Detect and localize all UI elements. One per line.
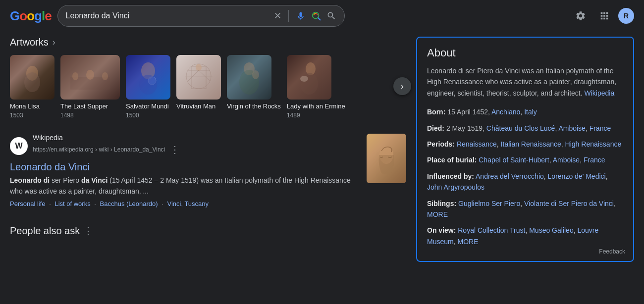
artwork-image — [65, 62, 115, 92]
about-siblings-row: Siblings: Guglielmo Ser Piero, Violante … — [427, 198, 623, 220]
artwork-image — [136, 60, 161, 95]
burial-place-france[interactable]: France — [584, 156, 605, 164]
sep: , — [614, 200, 616, 207]
separator: · — [49, 200, 53, 207]
voice-search-button[interactable] — [296, 11, 306, 21]
artwork-last-supper[interactable]: The Last Supper 1498 — [60, 55, 120, 119]
feedback-text[interactable]: Feedback — [599, 248, 625, 255]
sep: , — [520, 200, 524, 207]
artwork-lady-ermine[interactable]: Lady with an Ermine 1489 — [287, 55, 345, 119]
sep: , — [606, 172, 608, 180]
artwork-name: Virgin of the Rocks — [227, 102, 281, 111]
svg-point-6 — [72, 72, 78, 80]
burial-label: Place of burial: — [427, 156, 477, 164]
died-place-amboise[interactable]: Amboise — [558, 124, 585, 132]
apps-button[interactable] — [594, 6, 614, 26]
influenced-medici[interactable]: Lorenzo de' Medici — [548, 172, 606, 180]
clear-icon: ✕ — [274, 10, 281, 21]
search-button[interactable] — [326, 11, 336, 21]
artwork-name: Salvator Mundi — [126, 102, 170, 111]
on-view-royal[interactable]: Royal Collection Trust — [458, 226, 525, 234]
died-place-france[interactable]: France — [590, 124, 611, 132]
wikipedia-source-name: Wikipedia — [33, 134, 182, 142]
sibling-violante[interactable]: Violante di Ser Piero da Vinci — [524, 200, 614, 207]
svg-point-14 — [196, 64, 202, 71]
wikipedia-title-link[interactable]: Leonardo da Vinci — [10, 161, 360, 173]
separator: · — [94, 200, 98, 207]
born-label: Born: — [427, 108, 445, 116]
artwork-virgin-rocks[interactable]: Virgin of the Rocks — [227, 55, 281, 112]
died-date: 2 May 1519, — [446, 124, 484, 132]
svg-point-5 — [86, 70, 94, 80]
left-column: Artworks › Mona Lisa 1503 — [10, 32, 406, 262]
influenced-verrocchio[interactable]: Andrea del Verrocchio — [476, 172, 544, 180]
artwork-thumb — [227, 55, 271, 100]
clear-button[interactable]: ✕ — [274, 10, 281, 21]
about-periods-row: Periods: Renaissance, Italian Renaissanc… — [427, 139, 623, 150]
artwork-salvator-mundi[interactable]: Salvator Mundi 1500 — [126, 55, 170, 119]
siblings-more[interactable]: MORE — [427, 210, 448, 218]
artworks-carousel: Mona Lisa 1503 The Last Supper 1498 — [10, 55, 406, 119]
people-also-ask-title: People also ask — [10, 225, 80, 237]
divider — [288, 10, 289, 22]
siblings-label: Siblings: — [427, 200, 456, 207]
wiki-link-list-of-works[interactable]: List of works — [54, 200, 90, 207]
burial-place-chapel[interactable]: Chapel of Saint-Hubert — [479, 156, 549, 164]
artwork-mona-lisa[interactable]: Mona Lisa 1503 — [10, 55, 54, 119]
wiki-link-personal-life[interactable]: Personal life — [10, 200, 46, 207]
period-italian-renaissance[interactable]: Italian Renaissance — [501, 140, 561, 148]
header-icons: R — [571, 6, 634, 26]
artwork-thumb — [287, 55, 331, 100]
sketch-image — [374, 141, 399, 176]
born-date: 15 April 1452, — [447, 108, 490, 116]
died-place-chateau[interactable]: Château du Clos Lucé — [486, 124, 555, 132]
lens-button[interactable] — [311, 10, 322, 21]
wikipedia-links: Personal life · List of works · Bacchus … — [10, 200, 360, 207]
wiki-link-vinci[interactable]: Vinci, Tuscany — [167, 200, 209, 207]
about-influenced-row: Influenced by: Andrea del Verrocchio, Lo… — [427, 171, 623, 193]
sep: , — [580, 156, 584, 164]
about-wikipedia-link[interactable]: Wikipedia — [585, 89, 615, 97]
user-avatar-button[interactable]: R — [618, 8, 634, 24]
main-content: Artworks › Mona Lisa 1503 — [0, 32, 644, 262]
on-view-more[interactable]: MORE — [457, 238, 478, 246]
settings-button[interactable] — [571, 6, 590, 26]
snippet-bold-da-vinci2: da Vinci — [81, 176, 107, 184]
influenced-argyropoulos[interactable]: John Argyropoulos — [427, 183, 484, 191]
about-died-row: Died: 2 May 1519, Château du Clos Lucé, … — [427, 123, 623, 134]
google-logo: Google — [10, 8, 52, 24]
born-place-italy[interactable]: Italy — [524, 108, 537, 116]
period-high-renaissance[interactable]: High Renaissance — [565, 140, 622, 148]
sibling-guglielmo[interactable]: Guglielmo Ser Piero — [458, 200, 520, 207]
options-dots-icon[interactable]: ⋮ — [84, 225, 93, 236]
burial-place-amboise[interactable]: Amboise — [553, 156, 580, 164]
search-bar: ✕ — [57, 5, 345, 27]
influenced-label: Influenced by: — [427, 172, 474, 180]
artwork-year: 1503 — [10, 112, 54, 119]
artworks-header: Artworks › — [10, 37, 406, 48]
lens-icon — [311, 10, 322, 21]
artworks-arrow-icon[interactable]: › — [53, 37, 55, 48]
artwork-name: Mona Lisa — [10, 102, 54, 111]
carousel-next-button[interactable]: › — [393, 77, 411, 95]
artwork-name: Lady with an Ermine — [287, 102, 345, 111]
wikipedia-url: https://en.wikipedia.org › wiki › Leonar… — [33, 142, 182, 157]
wikipedia-thumbnail — [367, 134, 406, 183]
artwork-image — [237, 60, 262, 95]
artwork-year: 1498 — [60, 112, 120, 119]
artwork-vitruvian-man[interactable]: Vitruvian Man — [176, 55, 221, 112]
separator: · — [161, 200, 165, 207]
born-place-anchiano[interactable]: Anchiano — [491, 108, 520, 116]
on-view-galileo[interactable]: Museo Galileo — [529, 226, 574, 234]
period-renaissance[interactable]: Renaissance — [457, 140, 497, 148]
on-view-label: On view: — [427, 226, 456, 234]
right-panel: About Leonardo di ser Piero da Vinci was… — [416, 37, 634, 262]
svg-point-3 — [24, 72, 40, 92]
search-input[interactable] — [66, 11, 269, 20]
artwork-name: The Last Supper — [60, 102, 120, 111]
born-sep: , — [520, 108, 522, 116]
svg-line-16 — [188, 70, 199, 81]
microphone-icon — [296, 11, 306, 21]
result-options-button[interactable]: ⋮ — [168, 142, 182, 157]
wiki-link-bacchus[interactable]: Bacchus (Leonardo) — [100, 200, 158, 207]
